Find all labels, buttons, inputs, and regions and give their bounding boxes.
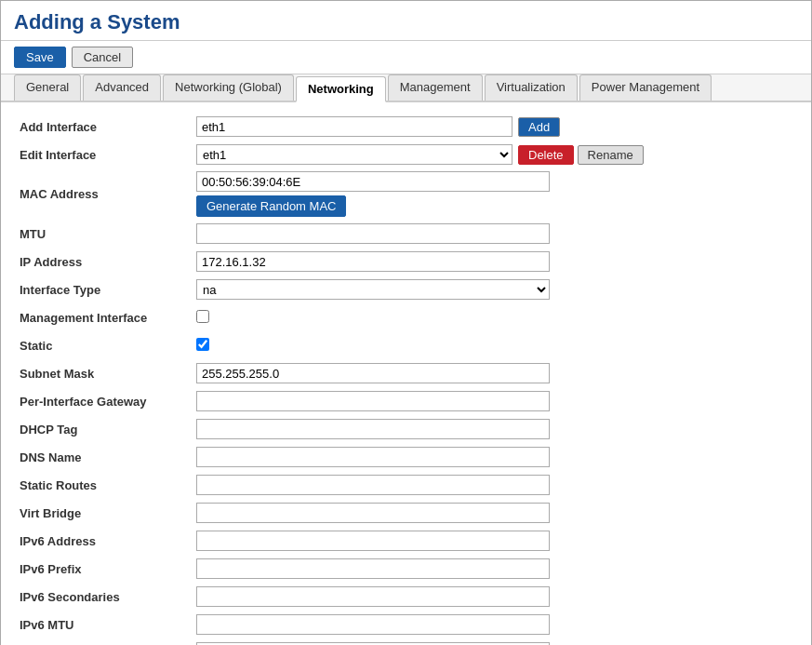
ip-address-row: IP Address	[20, 250, 792, 273]
page-title: Adding a System	[1, 1, 811, 41]
per-interface-gateway-input[interactable]	[196, 391, 550, 411]
static-checkbox[interactable]	[196, 338, 209, 351]
dhcp-tag-field	[196, 419, 792, 439]
mac-address-label: MAC Address	[20, 187, 196, 201]
ipv6-secondaries-row: IPv6 Secondaries	[20, 585, 792, 608]
subnet-mask-row: Subnet Mask	[20, 362, 792, 384]
ipv6-mtu-label: IPv6 MTU	[20, 618, 196, 632]
tabs-bar: General Advanced Networking (Global) Net…	[1, 74, 811, 102]
subnet-mask-input[interactable]	[196, 363, 550, 383]
per-interface-gateway-row: Per-Interface Gateway	[20, 390, 792, 412]
cancel-button[interactable]: Cancel	[72, 47, 133, 68]
ipv6-address-label: IPv6 Address	[20, 534, 196, 548]
ipv6-address-field	[196, 531, 792, 551]
ipv6-prefix-field	[196, 558, 792, 579]
toolbar: Save Cancel	[1, 41, 811, 74]
ip-address-label: IP Address	[20, 255, 196, 269]
ipv6-prefix-label: IPv6 Prefix	[20, 562, 196, 576]
delete-button[interactable]: Delete	[518, 145, 574, 165]
mtu-label: MTU	[20, 227, 196, 241]
mtu-row: MTU	[20, 222, 792, 245]
tab-networking-global[interactable]: Networking (Global)	[163, 74, 294, 101]
dns-name-row: DNS Name	[20, 446, 792, 468]
static-routes-input[interactable]	[196, 475, 550, 495]
static-row: Static	[20, 334, 792, 356]
management-interface-checkbox[interactable]	[196, 310, 209, 323]
static-routes-row: Static Routes	[20, 474, 792, 496]
interface-type-field: na bridge bond vlan	[196, 279, 792, 300]
ip-address-field	[196, 251, 792, 272]
ipv6-prefix-row: IPv6 Prefix	[20, 558, 792, 580]
add-interface-row: Add Interface Add	[20, 115, 792, 138]
dhcp-tag-input[interactable]	[196, 419, 550, 439]
interface-type-select[interactable]: na bridge bond vlan	[196, 279, 550, 300]
mtu-input[interactable]	[196, 223, 550, 244]
interface-type-row: Interface Type na bridge bond vlan	[20, 278, 792, 301]
mtu-field	[196, 223, 792, 244]
add-interface-button[interactable]: Add	[518, 117, 560, 137]
per-interface-gateway-field	[196, 391, 792, 411]
add-interface-input[interactable]	[196, 116, 512, 137]
tab-virtualization[interactable]: Virtualization	[485, 74, 578, 101]
ipv6-static-routes-row: IPv6 Static Routes	[20, 641, 792, 645]
tab-management[interactable]: Management	[388, 74, 483, 101]
interface-type-label: Interface Type	[20, 283, 196, 297]
ipv6-address-input[interactable]	[196, 531, 550, 551]
page-wrapper: Adding a System Save Cancel General Adva…	[0, 0, 812, 645]
tab-power-management[interactable]: Power Management	[579, 74, 712, 101]
management-interface-row: Management Interface	[20, 306, 792, 329]
form-content: Add Interface Add Edit Interface eth1 De…	[1, 102, 811, 645]
management-interface-field	[196, 310, 792, 326]
dhcp-tag-label: DHCP Tag	[20, 423, 196, 437]
ipv6-secondaries-label: IPv6 Secondaries	[20, 590, 196, 604]
ipv6-mtu-field	[196, 614, 792, 635]
dns-name-label: DNS Name	[20, 450, 196, 464]
management-interface-label: Management Interface	[20, 311, 196, 325]
tab-general[interactable]: General	[14, 74, 81, 101]
mac-address-input[interactable]	[196, 171, 550, 192]
save-button[interactable]: Save	[14, 47, 66, 68]
per-interface-gateway-label: Per-Interface Gateway	[20, 395, 196, 409]
virt-bridge-row: Virt Bridge	[20, 502, 792, 524]
ip-address-input[interactable]	[196, 251, 550, 272]
tab-advanced[interactable]: Advanced	[83, 74, 161, 101]
dns-name-field	[196, 447, 792, 467]
static-label: Static	[20, 339, 196, 353]
virt-bridge-label: Virt Bridge	[20, 506, 196, 520]
subnet-mask-label: Subnet Mask	[20, 367, 196, 381]
rename-button[interactable]: Rename	[578, 145, 644, 165]
ipv6-secondaries-field	[196, 586, 792, 607]
edit-interface-select[interactable]: eth1	[196, 144, 512, 165]
virt-bridge-field	[196, 503, 792, 523]
dns-name-input[interactable]	[196, 447, 550, 467]
static-routes-label: Static Routes	[20, 478, 196, 492]
edit-interface-label: Edit Interface	[20, 148, 196, 162]
subnet-mask-field	[196, 363, 792, 383]
virt-bridge-input[interactable]	[196, 503, 550, 523]
add-interface-field: Add	[196, 116, 792, 137]
edit-interface-field: eth1 Delete Rename	[196, 144, 792, 165]
edit-interface-row: Edit Interface eth1 Delete Rename	[20, 143, 792, 166]
tab-networking[interactable]: Networking	[296, 76, 386, 102]
generate-mac-button[interactable]: Generate Random MAC	[196, 195, 346, 217]
mac-address-row: MAC Address Generate Random MAC	[20, 171, 792, 217]
ipv6-secondaries-input[interactable]	[196, 586, 550, 607]
ipv6-address-row: IPv6 Address	[20, 530, 792, 552]
ipv6-prefix-input[interactable]	[196, 558, 550, 579]
static-field	[196, 338, 792, 354]
dhcp-tag-row: DHCP Tag	[20, 418, 792, 440]
ipv6-mtu-input[interactable]	[196, 614, 550, 635]
mac-address-field: Generate Random MAC	[196, 171, 792, 217]
add-interface-label: Add Interface	[20, 120, 196, 134]
ipv6-mtu-row: IPv6 MTU	[20, 613, 792, 636]
static-routes-field	[196, 475, 792, 495]
